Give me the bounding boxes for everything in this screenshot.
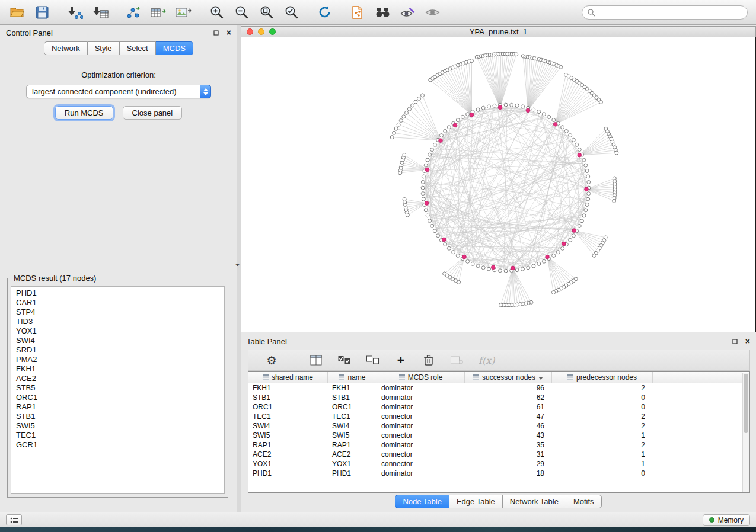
refresh-icon[interactable] <box>315 4 333 21</box>
table-row[interactable]: ACE2ACE2connector311 <box>248 450 742 459</box>
table-row[interactable]: PHD1PHD1dominator180 <box>248 469 742 478</box>
close-panel-button[interactable]: Close panel <box>123 106 183 120</box>
show-columns-icon[interactable] <box>310 355 323 366</box>
table-row[interactable]: STB1STB1dominator620 <box>248 393 742 402</box>
table-row[interactable]: FKH1FKH1dominator962 <box>248 383 742 393</box>
result-item[interactable]: ACE2 <box>11 374 224 383</box>
zoom-in-icon[interactable] <box>208 4 225 21</box>
export-table-icon[interactable] <box>149 4 167 21</box>
result-item[interactable]: CAR1 <box>11 298 224 307</box>
table-cell: RAP1 <box>328 440 377 450</box>
column-header[interactable]: name <box>328 372 377 383</box>
close-control-panel-icon[interactable]: × <box>227 30 231 36</box>
tab-mcds[interactable]: MCDS <box>156 41 193 55</box>
select-all-columns-icon[interactable] <box>337 355 351 365</box>
network-window: YPA_prune.txt_1 <box>241 26 756 332</box>
zoom-fit-icon[interactable] <box>257 4 275 21</box>
result-item[interactable]: SRD1 <box>11 345 224 355</box>
add-column-icon[interactable]: + <box>394 355 407 366</box>
tab-network[interactable]: Network <box>44 41 88 55</box>
table-row[interactable]: YOX1YOX1connector291 <box>248 459 742 469</box>
find-binoculars-icon[interactable] <box>374 4 391 21</box>
column-header[interactable]: MCDS role <box>377 372 465 383</box>
table-row[interactable]: SWI4SWI4dominator462 <box>248 421 742 431</box>
table-cell: 2 <box>552 440 653 450</box>
tab-node-table[interactable]: Node Table <box>395 495 449 508</box>
tab-motifs[interactable]: Motifs <box>566 495 602 508</box>
style-eye-icon[interactable] <box>398 4 416 21</box>
table-cell: 47 <box>465 412 552 421</box>
table-row[interactable]: RAP1RAP1dominator352 <box>248 440 742 450</box>
clone-network-icon[interactable] <box>349 4 366 21</box>
table-cell: 43 <box>465 431 552 440</box>
tab-select[interactable]: Select <box>120 41 156 55</box>
table-cell: 2 <box>552 383 653 393</box>
column-header[interactable]: predecessor nodes <box>552 372 653 383</box>
deselect-all-columns-icon[interactable] <box>366 355 379 365</box>
table-cell: connector <box>377 412 465 421</box>
result-item[interactable]: TID3 <box>11 317 224 326</box>
memory-button-label: Memory <box>718 516 744 524</box>
network-canvas[interactable] <box>241 37 756 332</box>
table-cell: 2 <box>552 421 653 431</box>
zoom-selected-icon[interactable] <box>282 4 300 21</box>
mcds-result-list[interactable]: PHD1CAR1STP4TID3YOX1SWI4SRD1PMA2FKH1ACE2… <box>11 286 225 494</box>
table-cell-filler <box>653 402 742 412</box>
result-item[interactable]: PMA2 <box>11 355 224 364</box>
result-item[interactable]: GCR1 <box>11 440 224 450</box>
view-group <box>349 4 441 21</box>
result-item[interactable]: STP4 <box>11 307 224 317</box>
close-table-panel-icon[interactable]: × <box>745 338 750 344</box>
column-header[interactable]: shared name <box>248 372 328 383</box>
splitter-arrows-icon[interactable]: ◂▸ <box>235 262 239 267</box>
table-row[interactable]: TEC1TEC1connector472 <box>248 412 742 421</box>
memory-button[interactable]: Memory <box>703 514 750 526</box>
export-group <box>125 4 192 21</box>
result-item[interactable]: TEC1 <box>11 431 224 440</box>
float-control-panel-icon[interactable] <box>213 28 219 37</box>
select-stepper-icon <box>200 85 211 98</box>
tab-edge-table[interactable]: Edge Table <box>449 495 503 508</box>
import-table-icon[interactable] <box>91 4 109 21</box>
table-row[interactable]: ORC1ORC1dominator610 <box>248 402 742 412</box>
table-scrollbar[interactable] <box>742 373 749 492</box>
table-cell-filler <box>653 450 742 459</box>
export-network-icon[interactable] <box>125 4 142 21</box>
main-area: Control Panel × NetworkStyleSelectMCDS O… <box>0 25 756 512</box>
zoom-out-icon[interactable] <box>232 4 250 21</box>
column-header[interactable]: successor nodes <box>465 372 552 383</box>
result-item[interactable]: STB1 <box>11 412 224 421</box>
scrollbar-thumb[interactable] <box>744 374 748 433</box>
export-image-icon[interactable] <box>174 4 192 21</box>
result-item[interactable]: SWI5 <box>11 421 224 431</box>
tab-network-table[interactable]: Network Table <box>503 495 566 508</box>
optimization-criterion-label: Optimization criterion: <box>0 70 237 79</box>
result-item[interactable]: RAP1 <box>11 402 224 412</box>
table-cell: PHD1 <box>248 469 328 478</box>
save-icon[interactable] <box>33 4 51 21</box>
table-cell: ORC1 <box>328 402 377 412</box>
result-item[interactable]: SWI4 <box>11 336 224 345</box>
table-cell: connector <box>377 459 465 469</box>
table-row[interactable]: SWI5SWI5connector431 <box>248 431 742 440</box>
table-cell: 1 <box>552 459 653 469</box>
result-item[interactable]: ORC1 <box>11 393 224 402</box>
table-settings-gear-icon[interactable]: ⚙ <box>265 355 278 366</box>
result-item[interactable]: FKH1 <box>11 364 224 374</box>
tab-style[interactable]: Style <box>88 41 120 55</box>
float-table-panel-icon[interactable] <box>732 337 738 346</box>
run-mcds-button[interactable]: Run MCDS <box>55 106 113 120</box>
criterion-select[interactable]: largest connected component (undirected) <box>26 85 211 98</box>
search-input[interactable] <box>582 5 748 20</box>
result-item[interactable]: STB5 <box>11 383 224 393</box>
open-file-icon[interactable] <box>8 4 26 21</box>
table-cell-filler <box>653 440 742 450</box>
table-cell: 61 <box>465 402 552 412</box>
mcds-buttons-row: Run MCDS Close panel <box>0 106 237 120</box>
result-item[interactable]: PHD1 <box>11 289 224 298</box>
import-network-icon[interactable] <box>66 4 84 21</box>
delete-column-icon[interactable] <box>422 354 435 366</box>
show-eye-icon[interactable] <box>423 4 441 21</box>
panel-menu-button[interactable] <box>6 514 22 525</box>
result-item[interactable]: YOX1 <box>11 326 224 336</box>
